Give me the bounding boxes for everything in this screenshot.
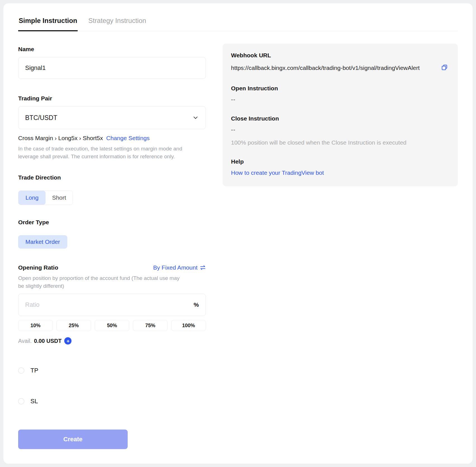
help-title: Help (231, 158, 449, 165)
trading-pair-label: Trading Pair (18, 95, 206, 102)
trade-direction-toggle: Long Short (18, 190, 73, 205)
help-section: Help How to create your TradingView bot (231, 158, 449, 176)
by-fixed-amount-label: By Fixed Amount (153, 264, 197, 271)
avail-label: Avail. (18, 338, 32, 344)
direction-long-button[interactable]: Long (18, 191, 46, 205)
content-row: Name Trading Pair BTC/USDT Cross Margin … (18, 44, 458, 466)
webhook-url: https://callback.bingx.com/callback/trad… (231, 63, 436, 73)
instruction-tabs: Simple Instruction Strategy Instruction (18, 16, 458, 31)
webhook-title: Webhook URL (231, 52, 449, 59)
create-button[interactable]: Create (18, 430, 128, 449)
close-instruction-title: Close Instruction (231, 115, 449, 122)
deposit-plus-icon[interactable]: + (64, 337, 72, 345)
signal-form: Name Trading Pair BTC/USDT Cross Margin … (18, 46, 206, 466)
help-link[interactable]: How to create your TradingView bot (231, 169, 324, 176)
trading-pair-select[interactable]: BTC/USDT (18, 106, 206, 129)
market-order-chip[interactable]: Market Order (18, 235, 67, 249)
tab-simple-instruction[interactable]: Simple Instruction (18, 16, 78, 31)
ratio-presets: 10% 25% 50% 75% 100% (18, 320, 206, 331)
ratio-chip-50[interactable]: 50% (95, 320, 129, 331)
copy-icon[interactable] (441, 64, 448, 71)
name-input[interactable] (18, 57, 206, 79)
open-instruction-value: -- (231, 96, 449, 103)
open-instruction-section: Open Instruction -- (231, 85, 449, 103)
opening-ratio-note: Open position by proportion of the accou… (18, 274, 183, 290)
ratio-chip-75[interactable]: 75% (133, 320, 168, 331)
ratio-chip-10[interactable]: 10% (18, 320, 53, 331)
tp-radio[interactable] (18, 367, 24, 374)
available-balance-row: Avail. 0.00 USDT + (18, 337, 206, 345)
ratio-chip-25[interactable]: 25% (56, 320, 91, 331)
margin-note: In the case of trade execution, the late… (18, 145, 183, 160)
close-instruction-note: 100% position will be closed when the Cl… (231, 139, 449, 146)
webhook-info-panel: Webhook URL https://callback.bingx.com/c… (223, 44, 458, 186)
close-instruction-value: -- (231, 126, 449, 133)
opening-ratio-label: Opening Ratio (18, 264, 58, 271)
webhook-section: Webhook URL https://callback.bingx.com/c… (231, 52, 449, 73)
tab-strategy-instruction[interactable]: Strategy Instruction (88, 16, 147, 31)
ratio-input[interactable] (25, 301, 194, 308)
ratio-unit: % (194, 301, 199, 308)
close-instruction-section: Close Instruction -- 100% position will … (231, 115, 449, 146)
sl-row: SL (18, 398, 206, 405)
chevron-down-icon (192, 114, 199, 121)
name-label: Name (18, 46, 206, 53)
trade-direction-label: Trade Direction (18, 174, 206, 181)
margin-summary: Cross Margin › Long5x › Short5x Change S… (18, 135, 206, 141)
by-fixed-amount-toggle[interactable]: By Fixed Amount (153, 264, 206, 271)
order-type-label: Order Type (18, 219, 206, 226)
open-instruction-title: Open Instruction (231, 85, 449, 92)
avail-value: 0.00 USDT (34, 338, 62, 344)
sl-label: SL (30, 398, 38, 405)
margin-summary-text: Cross Margin › Long5x › Short5x (18, 135, 103, 141)
signal-bot-create-card: Simple Instruction Strategy Instruction … (3, 3, 473, 464)
trading-pair-value: BTC/USDT (25, 114, 57, 122)
tp-label: TP (30, 367, 38, 374)
sl-radio[interactable] (18, 398, 24, 404)
ratio-input-wrap: % (18, 294, 206, 316)
ratio-chip-100[interactable]: 100% (171, 320, 206, 331)
tp-row: TP (18, 367, 206, 374)
change-settings-link[interactable]: Change Settings (106, 135, 149, 141)
swap-icon (200, 265, 206, 270)
direction-short-button[interactable]: Short (46, 191, 73, 205)
